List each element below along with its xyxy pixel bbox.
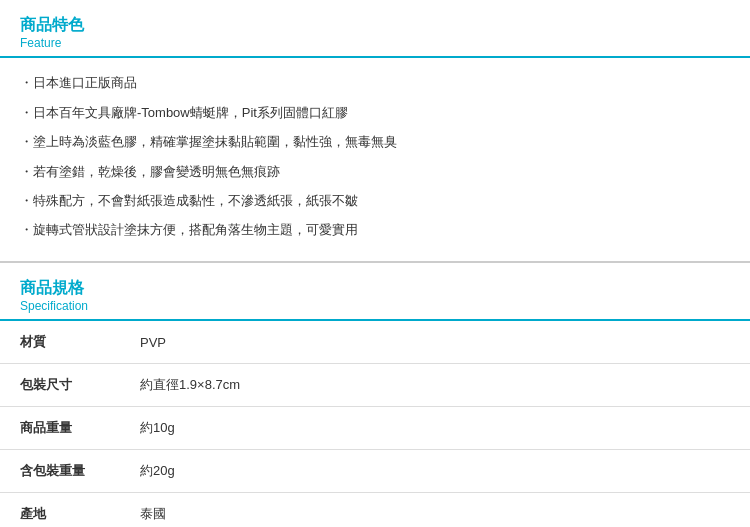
feature-item: ・若有塗錯，乾燥後，膠會變透明無色無痕跡 (20, 157, 730, 186)
spec-value: 約20g (120, 450, 750, 493)
feature-item: ・塗上時為淡藍色膠，精確掌握塗抹黏貼範圍，黏性強，無毒無臭 (20, 127, 730, 156)
spec-label: 含包裝重量 (0, 450, 120, 493)
specification-title-en: Specification (20, 299, 730, 313)
spec-label: 產地 (0, 493, 120, 527)
feature-item: ・日本進口正版商品 (20, 68, 730, 97)
feature-item: ・日本百年文具廠牌-Tombow蜻蜓牌，Pit系列固體口紅膠 (20, 98, 730, 127)
specification-title-zh: 商品規格 (20, 277, 730, 299)
spec-label: 材質 (0, 321, 120, 364)
feature-list: ・日本進口正版商品・日本百年文具廠牌-Tombow蜻蜓牌，Pit系列固體口紅膠・… (0, 58, 750, 262)
feature-item: ・特殊配方，不會對紙張造成黏性，不滲透紙張，紙張不皺 (20, 186, 730, 215)
spec-row: 材質PVP (0, 321, 750, 364)
spec-row: 商品重量約10g (0, 407, 750, 450)
feature-item: ・旋轉式管狀設計塗抹方便，搭配角落生物主題，可愛實用 (20, 215, 730, 244)
spec-label: 包裝尺寸 (0, 364, 120, 407)
spec-value: PVP (120, 321, 750, 364)
spec-row: 產地泰國 (0, 493, 750, 527)
specification-table: 材質PVP包裝尺寸約直徑1.9×8.7cm商品重量約10g含包裝重量約20g產地… (0, 321, 750, 527)
spec-row: 包裝尺寸約直徑1.9×8.7cm (0, 364, 750, 407)
spec-value: 約直徑1.9×8.7cm (120, 364, 750, 407)
feature-header: 商品特色 Feature (0, 0, 750, 58)
specification-header: 商品規格 Specification (0, 263, 750, 321)
page-container: 商品特色 Feature ・日本進口正版商品・日本百年文具廠牌-Tombow蜻蜓… (0, 0, 750, 527)
spec-value: 泰國 (120, 493, 750, 527)
spec-row: 含包裝重量約20g (0, 450, 750, 493)
feature-title-en: Feature (20, 36, 730, 50)
spec-label: 商品重量 (0, 407, 120, 450)
spec-value: 約10g (120, 407, 750, 450)
feature-title-zh: 商品特色 (20, 14, 730, 36)
